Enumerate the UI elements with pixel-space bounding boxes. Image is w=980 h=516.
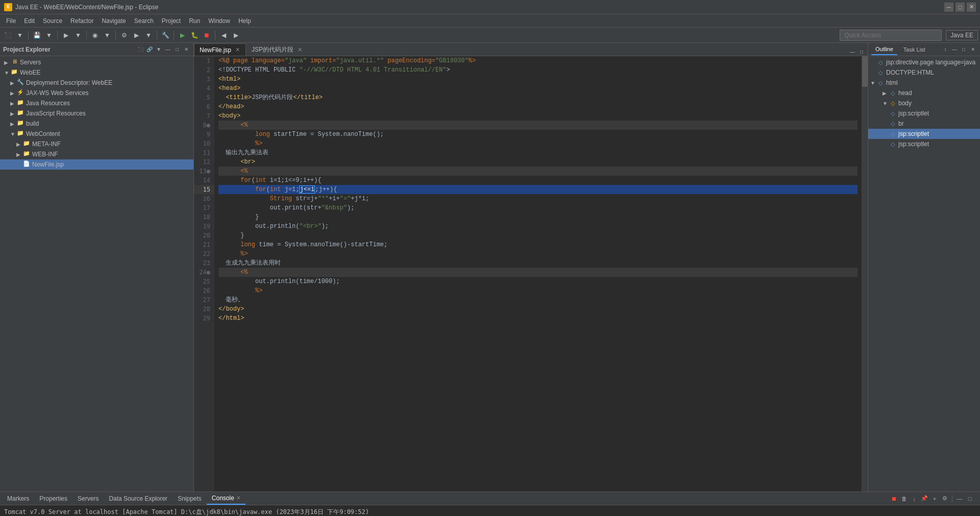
- menu-run[interactable]: Run: [185, 16, 204, 26]
- menu-window[interactable]: Window: [204, 16, 234, 26]
- toolbar-btn-10[interactable]: ▶: [131, 30, 142, 41]
- console-new-btn[interactable]: +: [930, 495, 939, 503]
- outline-directive[interactable]: ◇ jsp:directive.page language=java: [868, 57, 980, 67]
- tab-newfile[interactable]: NewFile.jsp ✕: [194, 43, 246, 56]
- outline-collapse-btn[interactable]: —: [950, 45, 959, 54]
- minimize-button[interactable]: ─: [944, 3, 953, 12]
- console-scroll-btn[interactable]: ↓: [910, 495, 918, 503]
- tab-console[interactable]: Console ✕: [207, 492, 246, 505]
- toolbar-btn-9[interactable]: ⚙: [118, 30, 130, 41]
- editor-scrollbar[interactable]: [862, 56, 868, 491]
- toolbar-btn-12[interactable]: 🔧: [160, 30, 171, 41]
- console-settings-btn[interactable]: ⚙: [941, 495, 949, 503]
- tree-item-jaxws[interactable]: ▶ ⚡ JAX-WS Web Services: [0, 88, 193, 98]
- menu-help[interactable]: Help: [234, 16, 255, 26]
- outline-close-btn[interactable]: ✕: [969, 45, 977, 54]
- tab-jsp-snippet[interactable]: JSP的代码片段 ✕: [246, 43, 308, 56]
- tree-item-build[interactable]: ▶ 📁 build: [0, 119, 193, 129]
- linenum-21: 21: [194, 240, 214, 249]
- linenum-3: 3: [194, 75, 214, 84]
- linenum-20: 20: [194, 231, 214, 240]
- editor-maximize[interactable]: □: [857, 48, 866, 56]
- view-menu-button[interactable]: ▼: [155, 45, 163, 54]
- tab-servers[interactable]: Servers: [72, 492, 104, 505]
- toolbar-btn-5[interactable]: ▶: [60, 30, 71, 41]
- tree-item-newfile[interactable]: 📄 NewFile.jsp: [0, 159, 193, 170]
- toolbar-btn-back[interactable]: ◀: [218, 30, 229, 41]
- linenum-22: 22: [194, 249, 214, 259]
- code-editor[interactable]: <%@ page language="java" import="java.ut…: [214, 56, 862, 491]
- outline-scriptlet-2[interactable]: ◇ jsp:scriptlet: [868, 129, 980, 139]
- console-minimize-btn[interactable]: —: [955, 495, 964, 503]
- outline-doctype[interactable]: ◇ DOCTYPE:HTML: [868, 67, 980, 78]
- toolbar-btn-4[interactable]: ▼: [43, 30, 55, 41]
- tab-properties[interactable]: Properties: [34, 492, 72, 505]
- outline-panel: Outline Task List ↕ — □ ✕ ◇ jsp:directiv…: [868, 43, 980, 491]
- toolbar-btn-8[interactable]: ▼: [102, 30, 113, 41]
- tab-tasklist[interactable]: Task List: [899, 44, 929, 55]
- maximize-panel-button[interactable]: □: [173, 45, 181, 54]
- tree-item-metainf[interactable]: ▶ 📁 META-INF: [0, 139, 193, 149]
- menu-navigate[interactable]: Navigate: [97, 16, 130, 26]
- tree-label-deployment: Deployment Descriptor: WebEE: [26, 79, 112, 86]
- outline-body[interactable]: ▼ ◇ body: [868, 98, 980, 108]
- tree-item-webcontent[interactable]: ▼ 📁 WebContent: [0, 129, 193, 139]
- close-button[interactable]: ✕: [967, 3, 976, 12]
- tab-jsp-close[interactable]: ✕: [297, 47, 303, 53]
- webinf-icon: 📁: [22, 150, 31, 158]
- tree-item-js-resources[interactable]: ▶ 📁 JavaScript Resources: [0, 108, 193, 119]
- toolbar-btn-2[interactable]: ▼: [14, 30, 26, 41]
- outline-scriptlet-3[interactable]: ◇ jsp:scriptlet: [868, 139, 980, 149]
- outline-maximize-btn[interactable]: □: [960, 45, 968, 54]
- outline-br[interactable]: ◇ br: [868, 119, 980, 129]
- toolbar-btn-1[interactable]: ⬛: [2, 30, 13, 41]
- tab-datasource[interactable]: Data Source Explorer: [104, 492, 173, 505]
- code-line-17: out.print(str+"&nbsp");: [218, 203, 857, 213]
- console-clear-btn[interactable]: 🗑: [900, 495, 908, 503]
- quick-access-input[interactable]: [840, 30, 942, 41]
- toolbar-btn-7[interactable]: ◉: [89, 30, 101, 41]
- tree-item-webee[interactable]: ▼ 📁 WebEE: [0, 67, 193, 78]
- java-ee-button[interactable]: Java EE: [946, 30, 978, 40]
- console-close[interactable]: ✕: [236, 495, 240, 501]
- outline-html[interactable]: ▼ ◇ html: [868, 78, 980, 88]
- body-icon: ◇: [889, 100, 897, 107]
- outline-head[interactable]: ▶ ◇ head: [868, 88, 980, 98]
- tab-jsp-label: JSP的代码片段: [252, 45, 293, 54]
- toolbar-btn-fwd[interactable]: ▶: [230, 30, 241, 41]
- toolbar-btn-3[interactable]: 💾: [31, 30, 42, 41]
- menu-file[interactable]: File: [2, 16, 20, 26]
- tree-item-deployment[interactable]: ▶ 🔧 Deployment Descriptor: WebEE: [0, 78, 193, 88]
- menu-edit[interactable]: Edit: [20, 16, 39, 26]
- linenum-10: 10: [194, 139, 214, 148]
- toolbar-btn-stop[interactable]: ⏹: [201, 30, 212, 41]
- menu-source[interactable]: Source: [39, 16, 66, 26]
- tree-item-servers[interactable]: ▶ 🖥 Servers: [0, 57, 193, 67]
- outline-sort-btn[interactable]: ↕: [941, 45, 949, 54]
- close-panel-button[interactable]: ✕: [182, 45, 190, 54]
- tab-snippets[interactable]: Snippets: [173, 492, 207, 505]
- tab-newfile-close[interactable]: ✕: [234, 47, 240, 53]
- maximize-button[interactable]: □: [955, 3, 965, 12]
- tree-item-webinf[interactable]: ▶ 📁 WEB-INF: [0, 149, 193, 159]
- collapse-all-button[interactable]: ⬛: [136, 45, 144, 54]
- menu-refactor[interactable]: Refactor: [66, 16, 97, 26]
- scroll-thumb[interactable]: [862, 56, 868, 87]
- linenum-9: 9: [194, 130, 214, 139]
- tab-markers[interactable]: Markers: [2, 492, 34, 505]
- console-maximize-btn[interactable]: □: [966, 495, 974, 503]
- editor-minimize[interactable]: —: [848, 48, 856, 56]
- toolbar-btn-run[interactable]: ▶: [177, 30, 188, 41]
- toolbar-btn-11[interactable]: ▼: [143, 30, 154, 41]
- toolbar-btn-6[interactable]: ▼: [72, 30, 84, 41]
- console-stop-btn[interactable]: ⏹: [890, 495, 898, 503]
- outline-scriptlet-1[interactable]: ◇ jsp:scriptlet: [868, 108, 980, 119]
- minimize-panel-button[interactable]: —: [164, 45, 172, 54]
- tab-outline[interactable]: Outline: [871, 44, 897, 55]
- toolbar-btn-debug[interactable]: 🐛: [189, 30, 200, 41]
- menu-project[interactable]: Project: [158, 16, 185, 26]
- link-with-editor-button[interactable]: 🔗: [145, 45, 154, 54]
- console-pin-btn[interactable]: 📌: [920, 495, 928, 503]
- menu-search[interactable]: Search: [130, 16, 158, 26]
- tree-item-java-resources[interactable]: ▶ 📁 Java Resources: [0, 98, 193, 108]
